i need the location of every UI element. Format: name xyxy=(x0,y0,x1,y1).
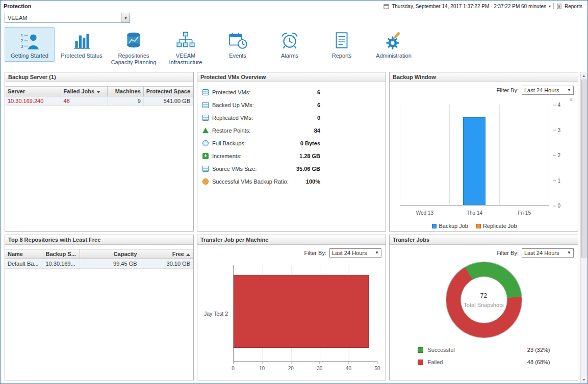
reports-button[interactable]: Reports xyxy=(565,4,582,9)
filter-label: Filter By: xyxy=(304,250,326,256)
dashboard-selector[interactable]: VEEAM ▾ xyxy=(5,13,130,23)
repositories-table: Name Backup S... Capacity Free Default B… xyxy=(5,249,193,269)
x-axis-tick: 0 xyxy=(232,366,235,371)
toolbar-item-veeam-infrastructure[interactable]: VEEAM Infrastructure xyxy=(161,27,211,68)
stat-value: 100% xyxy=(306,178,320,185)
chart-legend: Successful 23 (32%) Failed 48 (68%) xyxy=(418,347,550,365)
toolbar-item-alarms[interactable]: Alarms xyxy=(265,27,315,62)
events-icon xyxy=(214,30,261,52)
cell-free[interactable]: 30.10 GB xyxy=(140,259,193,269)
dropdown-arrow-icon: ▼ xyxy=(567,250,571,255)
dropdown-arrow-icon[interactable]: ▾ xyxy=(121,13,130,22)
stat-label: Increments: xyxy=(212,153,241,159)
column-header-capacity[interactable]: Capacity xyxy=(80,249,140,259)
stat-row: Source VMs Size: 35.06 GB xyxy=(197,162,386,175)
filter-value: Last 24 Hours xyxy=(524,250,559,256)
column-header-server[interactable]: Server xyxy=(5,87,61,96)
cell-failed-jobs[interactable]: 48 xyxy=(61,96,107,106)
toolbar-item-events[interactable]: Events xyxy=(213,27,263,62)
chart-legend: Backup Job Replicate Job xyxy=(394,223,555,229)
column-label: Server xyxy=(8,88,25,94)
transfer-job-filter-select[interactable]: Last 24 Hours ▼ xyxy=(329,248,381,258)
dashboard-selector-value: VEEAM xyxy=(8,15,28,21)
column-label: Backup S... xyxy=(46,251,76,257)
sort-desc-icon xyxy=(96,91,100,93)
calendar-icon xyxy=(384,4,389,9)
protected-vms-icon xyxy=(202,89,209,95)
dropdown-arrow-icon: ▼ xyxy=(375,250,379,255)
panel-backup-server: Backup Server (1) Server Failed Jobs Mac… xyxy=(5,72,194,232)
legend-swatch xyxy=(476,224,481,228)
panel-title: Backup Window xyxy=(390,72,578,82)
stat-row: Full Backups: 0 Bytes xyxy=(197,137,386,149)
backup-ratio-icon xyxy=(202,178,209,185)
panel-top-repositories: Top 8 Repositories with Least Free Name … xyxy=(5,235,194,380)
y-axis-tick: 0 xyxy=(557,203,560,209)
separator xyxy=(553,3,554,9)
stat-value: 35.06 GB xyxy=(296,166,320,172)
stat-value: 6 xyxy=(317,102,320,108)
stat-row: Replicated VMs: 0 xyxy=(197,111,386,124)
toolbar-item-protected-status[interactable]: Protected Status xyxy=(57,27,107,62)
column-header-machines[interactable]: Machines xyxy=(107,87,143,96)
filter-row: Filter By: Last 24 Hours ▼ xyxy=(197,245,386,258)
vertical-scrollbar[interactable]: ▲ ▼ xyxy=(580,72,587,383)
cell-machines[interactable]: 9 xyxy=(107,96,143,106)
time-range-dropdown-icon[interactable]: ▾ xyxy=(549,4,551,9)
toolbar-item-repositories-capacity-planning[interactable]: Repositories Capacity Planning xyxy=(109,27,159,68)
x-axis-label: Fri 15 xyxy=(499,210,549,216)
cell-backup-server[interactable]: 10.30.169... xyxy=(43,259,80,269)
cell-name[interactable]: Default Ba... xyxy=(5,259,43,269)
transfer-jobs-filter-select[interactable]: Last 24 Hours ▼ xyxy=(522,248,574,258)
restore-points-icon xyxy=(202,127,209,133)
stat-row: Successful VMs Backup Ratio: 100% xyxy=(197,175,386,188)
scrollbar-track[interactable] xyxy=(581,79,587,376)
x-axis-tick: 20 xyxy=(288,366,294,371)
column-header-backup-server[interactable]: Backup S... xyxy=(43,249,80,259)
scroll-down-button[interactable]: ▼ xyxy=(581,376,587,383)
table-row[interactable]: Default Ba... 10.30.169... 99.45 GB 30.1… xyxy=(5,259,193,269)
column-header-protected-space[interactable]: Protected Space xyxy=(143,87,193,96)
scroll-up-button[interactable]: ▲ xyxy=(581,72,587,79)
filter-row: Filter By: Last 24 Hours ▼ xyxy=(390,82,578,95)
column-header-free[interactable]: Free xyxy=(140,249,193,259)
toolbar-item-administration[interactable]: Administration xyxy=(369,27,419,62)
backup-window-filter-select[interactable]: Last 24 Hours ▼ xyxy=(522,86,574,95)
scrollbar-thumb[interactable] xyxy=(581,80,586,258)
column-header-name[interactable]: Name xyxy=(5,249,43,259)
column-label: Free xyxy=(172,251,184,257)
chart-menu-icon[interactable]: ≡ xyxy=(570,96,573,102)
column-header-failed-jobs[interactable]: Failed Jobs xyxy=(61,87,107,96)
stat-value: 84 xyxy=(314,127,320,134)
column-label: Protected Space xyxy=(146,88,190,94)
machine-label: Jay Test 2 xyxy=(197,265,231,362)
panel-transfer-jobs: Transfer Jobs Filter By: Last 24 Hours ▼… xyxy=(389,235,578,380)
svg-text:1: 1 xyxy=(20,33,23,38)
panel-protected-vms-overview: Protected VMs Overview Protected VMs: 6 … xyxy=(197,72,386,232)
chart-column xyxy=(500,105,549,205)
veeam-infrastructure-icon xyxy=(162,30,209,52)
replicated-vms-icon xyxy=(202,115,209,121)
toolbar-item-reports[interactable]: Reports xyxy=(317,27,367,62)
stat-value: 1.28 GB xyxy=(299,153,320,159)
cell-capacity[interactable]: 99.45 GB xyxy=(80,259,140,269)
legend-swatch xyxy=(432,224,437,228)
stat-label: Source VMs Size: xyxy=(212,166,257,172)
sort-asc-icon xyxy=(186,253,190,256)
column-label: Failed Jobs xyxy=(64,88,95,94)
cell-protected-space[interactable]: 541.00 GB xyxy=(143,96,193,106)
y-axis-tick: 2 xyxy=(557,152,560,158)
legend-swatch xyxy=(418,360,423,365)
toolbar-item-label: Administration xyxy=(370,53,417,59)
y-axis-tick: 4 xyxy=(557,102,560,108)
time-range-selector[interactable]: Thursday, September 14, 2017 1:37:22 PM … xyxy=(392,4,546,9)
cell-server[interactable]: 10.30.169.240 xyxy=(5,96,61,106)
svg-text:3: 3 xyxy=(20,43,23,49)
panel-title: Transfer Job per Machine xyxy=(197,235,386,245)
dropdown-arrow-icon: ▼ xyxy=(567,88,571,92)
table-row[interactable]: 10.30.169.240 48 9 541.00 GB xyxy=(5,96,193,106)
legend-label: Backup Job xyxy=(439,223,468,229)
legend-item-backup-job: Backup Job xyxy=(432,223,468,229)
toolbar-item-getting-started[interactable]: 123 Getting Started xyxy=(5,27,55,62)
toolbar: 123 Getting Started Protected Status Rep… xyxy=(5,27,577,70)
